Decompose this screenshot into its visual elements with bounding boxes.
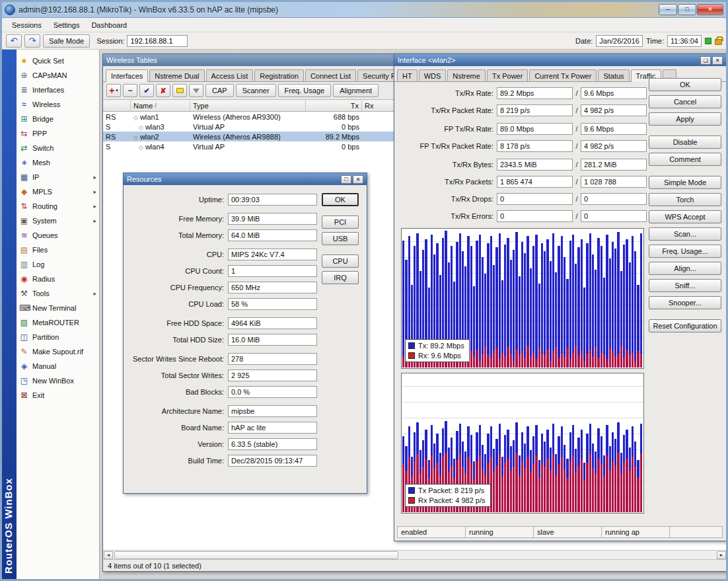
column-flags[interactable]	[103, 100, 131, 111]
sidebar-item-bridge[interactable]: Bridge	[17, 112, 99, 126]
undo-button[interactable]: ↶	[6, 34, 22, 48]
align-button[interactable]: Align...	[649, 262, 721, 275]
log-icon	[19, 260, 29, 268]
sidebar-item-log[interactable]: Log	[17, 257, 99, 272]
sidebar-item-queues[interactable]: Queues	[17, 228, 99, 243]
add-button[interactable]: +▾	[106, 84, 121, 97]
filter-button[interactable]	[189, 84, 203, 97]
sidebar-item-radius[interactable]: Radius	[17, 272, 99, 286]
simple-mode-button[interactable]: Simple Mode	[649, 176, 721, 189]
usb-button[interactable]: USB	[322, 232, 359, 245]
menu-sessions[interactable]: Sessions	[6, 19, 48, 31]
tx-drops-value: 0	[497, 193, 573, 205]
tab-connect-list[interactable]: Connect List	[305, 69, 356, 81]
sidebar-item-ppp[interactable]: PPP	[17, 126, 99, 141]
close-window-button[interactable]	[353, 175, 363, 184]
sidebar-item-mesh[interactable]: Mesh	[17, 155, 99, 170]
sidebar: Quick Set CAPsMAN Interfaces Wireless Br…	[17, 50, 100, 579]
cancel-button[interactable]: Cancel	[649, 95, 721, 108]
remove-button[interactable]: −	[123, 84, 137, 97]
cpu-count-value: 1	[228, 265, 317, 277]
column-name[interactable]: Name/	[131, 100, 190, 111]
resources-titlebar[interactable]: Resources	[124, 173, 367, 185]
sidebar-item-ip[interactable]: IP	[17, 170, 99, 184]
sidebar-item-manual[interactable]: Manual	[17, 359, 99, 373]
sidebar-item-exit[interactable]: Exit	[17, 388, 99, 403]
session-input[interactable]	[127, 35, 188, 47]
alignment-button[interactable]: Alignment	[333, 84, 379, 97]
tab-ht[interactable]: HT	[397, 69, 418, 81]
scroll-left-button[interactable]	[104, 551, 113, 559]
minimize-button[interactable]: ─	[659, 4, 677, 15]
sidebar-item-switch[interactable]: Switch	[17, 141, 99, 155]
sidebar-item-interfaces[interactable]: Interfaces	[17, 83, 99, 97]
sidebar-item-metarouter[interactable]: MetaROUTER	[17, 315, 99, 330]
sidebar-item-make-supout[interactable]: Make Supout.rif	[17, 344, 99, 359]
tab-current-tx-power[interactable]: Current Tx Power	[529, 69, 597, 81]
sidebar-item-routing[interactable]: Routing	[17, 199, 99, 213]
filter-icon	[193, 89, 200, 93]
horizontal-scrollbar[interactable]	[103, 550, 726, 559]
sidebar-item-new-winbox[interactable]: New WinBox	[17, 373, 99, 388]
sidebar-item-quick-set[interactable]: Quick Set	[17, 54, 99, 68]
comment-button[interactable]	[172, 84, 187, 97]
traffic-bar	[569, 229, 571, 368]
menu-settings[interactable]: Settings	[48, 19, 86, 31]
torch-button[interactable]: Torch	[649, 193, 721, 206]
freq-usage-button[interactable]: Freq. Usage...	[649, 245, 721, 258]
sniff-button[interactable]: Sniff...	[649, 279, 721, 292]
maximize-button[interactable]: □	[678, 4, 696, 15]
sidebar-item-files[interactable]: Files	[17, 243, 99, 257]
maximize-window-button[interactable]	[341, 175, 351, 184]
sidebar-item-mpls[interactable]: MPLS	[17, 184, 99, 199]
rx-drops-value: 0	[581, 193, 647, 205]
scroll-right-button[interactable]	[717, 551, 726, 559]
disable-button[interactable]: Disable	[649, 136, 721, 149]
session-label: Session:	[96, 37, 124, 45]
exit-icon	[19, 391, 29, 399]
free-memory-value: 39.9 MiB	[228, 213, 317, 225]
freq-usage-button[interactable]: Freq. Usage	[278, 84, 332, 97]
column-tx[interactable]: Tx	[306, 100, 362, 111]
ok-button[interactable]: OK	[649, 78, 721, 91]
tab-status[interactable]: Status	[598, 69, 629, 81]
tab-wds[interactable]: WDS	[419, 69, 447, 81]
scrollbar-thumb[interactable]	[114, 551, 398, 559]
tab-interfaces[interactable]: Interfaces	[106, 69, 148, 82]
sidebar-item-tools[interactable]: Tools	[17, 286, 99, 301]
irq-button[interactable]: IRQ	[322, 271, 359, 284]
tab-registration[interactable]: Registration	[254, 69, 304, 81]
close-button[interactable]: ✕	[697, 4, 723, 15]
snooper-button[interactable]: Snooper...	[649, 296, 721, 309]
disable-button[interactable]: ✘	[156, 84, 170, 97]
tab-nstreme[interactable]: Nstreme	[447, 69, 486, 81]
comment-button[interactable]: Comment	[649, 153, 721, 166]
cpu-button[interactable]: CPU	[322, 254, 359, 268]
column-type[interactable]: Type	[190, 100, 306, 111]
ok-button[interactable]: OK	[322, 193, 359, 206]
sidebar-item-capsman[interactable]: CAPsMAN	[17, 68, 99, 83]
pci-button[interactable]: PCI	[322, 215, 359, 229]
menu-dashboard[interactable]: Dashboard	[85, 19, 133, 31]
sidebar-item-new-terminal[interactable]: New Terminal	[17, 301, 99, 315]
safe-mode-button[interactable]: Safe Mode	[43, 34, 90, 48]
wps-accept-button[interactable]: WPS Accept	[649, 210, 721, 223]
tab-access-list[interactable]: Access List	[206, 69, 254, 81]
close-window-button[interactable]	[712, 56, 723, 65]
reset-configuration-button[interactable]: Reset Configuration	[649, 319, 721, 332]
cap-button[interactable]: CAP	[205, 84, 234, 97]
tab-nstreme-dual[interactable]: Nstreme Dual	[149, 69, 204, 81]
tab-tx-power[interactable]: Tx Power	[487, 69, 528, 81]
sidebar-item-partition[interactable]: Partition	[17, 330, 99, 344]
mdi-area: Wireless Tables Interfaces Nstreme Dual …	[100, 50, 726, 579]
sidebar-item-system[interactable]: System	[17, 213, 99, 228]
enable-button[interactable]: ✔	[139, 84, 154, 97]
apply-button[interactable]: Apply	[649, 112, 721, 126]
scan-button[interactable]: Scan...	[649, 227, 721, 241]
restore-button[interactable]	[700, 56, 711, 65]
sidebar-item-wireless[interactable]: Wireless	[17, 97, 99, 112]
redo-button[interactable]: ↷	[24, 34, 40, 48]
mesh-icon	[19, 159, 29, 167]
scanner-button[interactable]: Scanner	[236, 84, 276, 97]
interface-titlebar[interactable]: Interface <wlan2>	[394, 54, 726, 66]
